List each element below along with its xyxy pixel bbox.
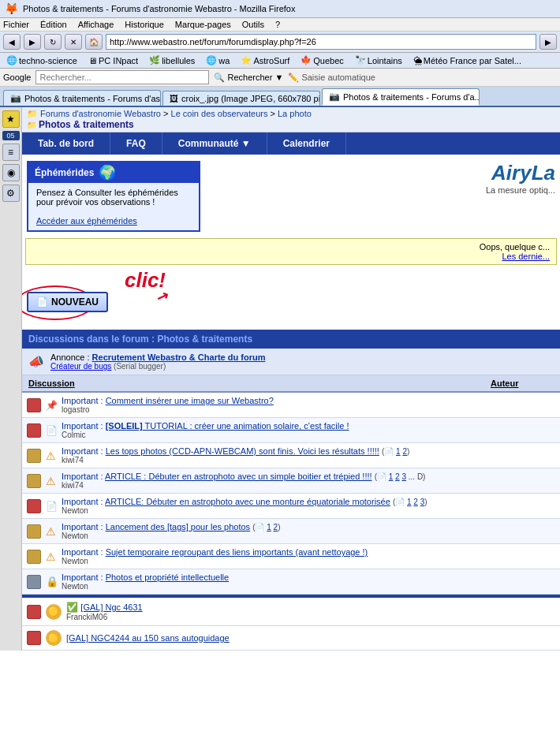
- forward-button[interactable]: ▶: [24, 34, 41, 50]
- thread-title-1[interactable]: [SOLEIL] TUTORIAL : créer une animation …: [106, 421, 349, 431]
- page-title: Photos & traitements: [39, 119, 134, 130]
- warn-icon-3: ⚠: [46, 525, 57, 538]
- breadcrumb-photo[interactable]: La photo: [278, 109, 312, 118]
- thread-info: Important : Comment insérer une image su…: [62, 396, 555, 414]
- tab-1[interactable]: 📷 Photos & traitements - Forums d'astr..…: [3, 90, 161, 106]
- go-button[interactable]: ▶: [539, 34, 557, 50]
- important-label: Important :: [62, 572, 106, 582]
- menu-outils[interactable]: Outils: [242, 20, 264, 29]
- doc-icon: 📄: [46, 425, 57, 436]
- address-input[interactable]: [106, 34, 536, 50]
- th-auteur[interactable]: Auteur: [491, 379, 554, 388]
- breadcrumb: 📁 Forums d'astronomie Webastro > Le coin…: [22, 107, 560, 132]
- bookmark-wa[interactable]: 🌐 wa: [203, 54, 233, 66]
- thread-status-icon: [27, 449, 41, 463]
- thread-title-4[interactable]: ARTICLE: Débuter en astrophoto avec une …: [105, 497, 390, 506]
- thread-title-0[interactable]: Comment insérer une image sur Webastro?: [106, 396, 274, 405]
- breadcrumb-coin[interactable]: Le coin des observateurs: [171, 109, 268, 118]
- bookmark-astrosurf[interactable]: ⭐ AstroSurf: [237, 54, 293, 66]
- nav-faq[interactable]: FAQ: [110, 132, 162, 155]
- warn-icon-4: ⚠: [46, 550, 57, 563]
- tab-2[interactable]: 🖼 croix_.jpg (Image JPEG, 660x780 pixels…: [162, 91, 320, 106]
- doc-icon-2: 📄: [46, 501, 57, 512]
- bookmark-techno[interactable]: 🌐 techno-science: [3, 54, 80, 66]
- thread-title-6[interactable]: Sujet temporaire regroupant des liens im…: [106, 547, 368, 557]
- menu-edition[interactable]: Édition: [40, 20, 67, 29]
- gal-title-1[interactable]: [GAL] NGC4244 au 150 sans autoguidage: [66, 633, 230, 643]
- important-label: Important :: [62, 497, 105, 506]
- menu-historique[interactable]: Historique: [125, 20, 164, 29]
- menu-help[interactable]: ?: [275, 20, 280, 29]
- home-button[interactable]: 🏠: [85, 34, 103, 50]
- announce-content: Annonce : Recrutement Webastro & Charte …: [50, 352, 265, 371]
- bookmark-libellules[interactable]: 🌿 libellules: [146, 54, 198, 66]
- back-button[interactable]: ◀: [3, 34, 21, 50]
- announce-icon: 📣: [28, 354, 44, 369]
- menu-fichier[interactable]: Fichier: [3, 20, 29, 29]
- thread-row: ⚠ Important : ARTICLE : Débuter en astro…: [22, 468, 560, 494]
- bookmark-lointains[interactable]: 🔭 Lointains: [352, 54, 405, 66]
- breadcrumb-home[interactable]: Forums d'astronomie Webastro: [40, 109, 161, 118]
- thread-info: Important : Photos et propriété intellec…: [62, 572, 555, 591]
- sidebar-icon-menu[interactable]: ≡: [2, 144, 20, 161]
- menu-affichage[interactable]: Affichage: [78, 20, 114, 29]
- firefox-icon: 🦊: [5, 2, 18, 15]
- ephemerides-body: Pensez à Consulter les éphémérides pour …: [36, 188, 191, 207]
- thread-author-5: Newton: [62, 531, 555, 540]
- thread-author-6: Newton: [62, 557, 555, 565]
- announce-author: Créateur de bugs (Serial bugger): [50, 362, 265, 371]
- nav-calendrier[interactable]: Calendrier: [267, 132, 346, 155]
- thread-status-icon: [27, 575, 41, 589]
- reload-button[interactable]: ↻: [44, 34, 62, 50]
- nouveau-button[interactable]: 📄 NOUVEAU: [27, 292, 108, 312]
- bookmark-meteo[interactable]: 🌦 Météo France par Satel...: [410, 55, 525, 66]
- main-content: 📁 Forums d'astronomie Webastro > Le coin…: [22, 107, 560, 651]
- thread-status-icon: [27, 398, 41, 412]
- gal-info-0: ✅ [GAL] Ngc 4631 FranckiM06: [66, 602, 555, 621]
- th-discussion[interactable]: Discussion: [28, 379, 491, 388]
- ad-tagline: La mesure optiq...: [200, 185, 555, 195]
- gal-row-0: 🟡 ✅ [GAL] Ngc 4631 FranckiM06: [22, 598, 560, 626]
- forum-title: Discussions dans le forum: [28, 334, 149, 345]
- thread-title-3[interactable]: ARTICLE : Débuter en astrophoto avec un …: [105, 472, 372, 481]
- nav-communaute[interactable]: Communauté ▼: [162, 132, 267, 155]
- nav-tabdebord[interactable]: Tab. de bord: [22, 132, 110, 155]
- tab-icon-3: 📷: [329, 91, 340, 102]
- window-title: Photos & traitements - Forums d'astronom…: [23, 4, 295, 13]
- gal-title-0[interactable]: [GAL] Ngc 4631: [80, 602, 142, 612]
- sidebar-icon-gear[interactable]: ⚙: [2, 185, 20, 202]
- ephemerides-link[interactable]: Accéder aux éphémérides: [36, 216, 137, 226]
- thread-info: Important : ARTICLE: Débuter en astropho…: [62, 497, 555, 515]
- search-button[interactable]: 🔍 Rechercher ▼: [214, 73, 283, 83]
- important-label: Important :: [62, 472, 105, 481]
- announce-title-row: Annonce : Recrutement Webastro & Charte …: [50, 352, 265, 362]
- thread-list: 📌 Important : Comment insérer une image …: [22, 393, 560, 595]
- bookmark-pcinpact[interactable]: 🖥 PC INpact: [85, 55, 141, 66]
- thread-info: Important : ARTICLE : Débuter en astroph…: [62, 472, 555, 490]
- thread-header: Discussion Auteur: [22, 375, 560, 393]
- thread-author-1: Colmic: [62, 431, 555, 439]
- forum-header: Discussions dans le forum : Photos & tra…: [22, 330, 560, 349]
- thread-title-7[interactable]: Photos et propriété intellectuelle: [106, 572, 230, 582]
- bookmark-quebec[interactable]: 🍁 Quebec: [297, 54, 347, 66]
- announce-row: 📣 Annonce : Recrutement Webastro & Chart…: [22, 349, 560, 375]
- search-input[interactable]: [35, 70, 209, 84]
- thread-author-0: logastro: [62, 405, 555, 414]
- page-links-4: (📄 1 2 3): [393, 498, 427, 506]
- ad-area: AiryLa La mesure optiq...: [200, 161, 555, 195]
- sidebar-icon-star[interactable]: ★: [2, 110, 20, 128]
- thread-row: 📄 Important : ARTICLE: Débuter en astrop…: [22, 494, 560, 519]
- thread-title-2[interactable]: Les tops photos (CCD-APN-WEBCAM) sont fi…: [106, 446, 379, 456]
- important-label: Important :: [62, 522, 106, 531]
- announce-link[interactable]: Recrutement Webastro & Charte du forum: [92, 352, 266, 362]
- announce-author-link[interactable]: Créateur de bugs: [50, 362, 111, 371]
- sidebar-icon-circle[interactable]: ◉: [2, 164, 20, 181]
- thread-author-3: kiwi74: [62, 481, 555, 490]
- menu-marquepages[interactable]: Marque-pages: [175, 20, 231, 29]
- oops-link[interactable]: Les dernie...: [502, 252, 550, 261]
- sidebar-badge-date: 05: [2, 131, 20, 140]
- thread-title-5[interactable]: Lancement des [tags] pour les photos: [106, 522, 250, 531]
- autofill-button[interactable]: ✏️ Saisie automatique: [288, 73, 375, 83]
- tab-3[interactable]: 📷 Photos & traitements - Forums d'a... ✕: [322, 88, 480, 106]
- stop-button[interactable]: ✕: [65, 34, 82, 50]
